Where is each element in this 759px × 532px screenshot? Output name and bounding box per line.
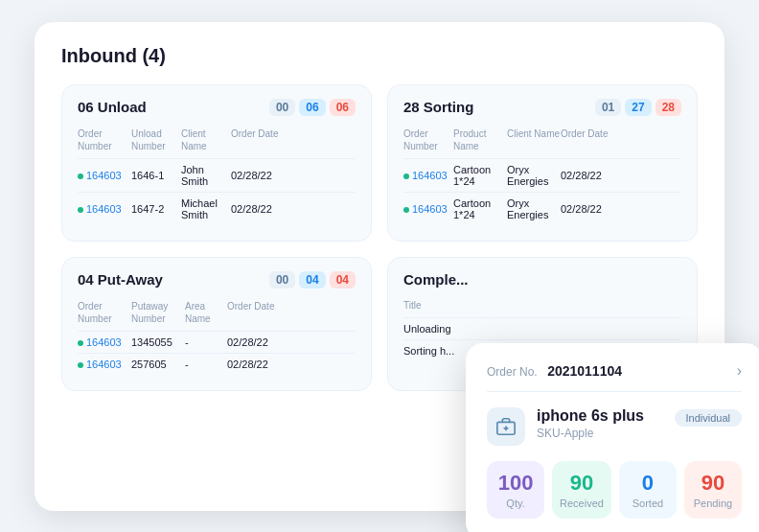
unload-col-1: Unload Number	[131, 127, 181, 152]
product-sku: SKU-Apple	[537, 427, 663, 440]
sorting-table: Order Number Product Name Client Name Or…	[403, 127, 681, 225]
putaway-badge-1: 04	[299, 271, 325, 289]
sorting-col-0: Order Number	[403, 127, 453, 152]
unload-client-1: Michael Smith	[181, 197, 231, 220]
sorting-row-1: 164603 Cartoon 1*24 Oryx Energies 02/28/…	[403, 192, 681, 225]
putaway-area-0: -	[185, 336, 227, 348]
sorting-card-header: 28 Sorting 01 27 28	[403, 99, 681, 116]
putaway-num-1: 257605	[131, 359, 185, 370]
putaway-col-0: Order Number	[78, 300, 131, 325]
stat-qty-box: 100 Qty.	[487, 461, 544, 519]
unload-unload-0: 1646-1	[131, 170, 181, 181]
stat-received-box: 90 Received	[552, 461, 611, 519]
stat-pending-value: 90	[692, 473, 734, 494]
putaway-order-1[interactable]: 164603	[78, 359, 131, 370]
putaway-card-title: 04 Put-Away	[78, 271, 163, 288]
putaway-num-0: 1345055	[131, 336, 185, 348]
popup-order-number: 2021011104	[547, 363, 622, 379]
sorting-col-3: Order Date	[561, 127, 610, 152]
sorting-table-header: Order Number Product Name Client Name Or…	[403, 127, 681, 152]
unload-badge-0: 00	[269, 99, 295, 116]
sorting-date-0: 02/28/22	[561, 170, 610, 181]
sorting-badge-1: 27	[625, 99, 651, 116]
putaway-card: 04 Put-Away 00 04 04 Order Number Putawa…	[61, 257, 372, 391]
stat-sorted-label: Sorted	[627, 497, 669, 509]
putaway-col-1: Putaway Number	[131, 300, 185, 325]
unload-row-0: 164603 1646-1 John Smith 02/28/22	[78, 158, 356, 192]
product-info: iphone 6s plus SKU-Apple	[537, 407, 663, 440]
stat-received-label: Received	[560, 497, 604, 509]
putaway-badges: 00 04 04	[269, 271, 356, 289]
sorting-row-0: 164603 Cartoon 1*24 Oryx Energies 02/28/…	[403, 158, 681, 192]
putaway-table-header: Order Number Putaway Number Area Name Or…	[78, 300, 356, 325]
sorting-order-1[interactable]: 164603	[403, 203, 453, 215]
unload-table: Order Number Unload Number Client Name O…	[78, 127, 356, 225]
putaway-row-1: 164603 257605 - 02/28/22	[78, 353, 356, 375]
putaway-date-1: 02/28/22	[227, 359, 277, 370]
sorting-product-0: Cartoon 1*24	[453, 164, 507, 187]
popup-order-label: Order No.	[487, 365, 538, 379]
sorting-col-2: Client Name	[507, 127, 561, 152]
product-icon	[487, 407, 525, 446]
complete-card-title: Comple...	[403, 271, 469, 288]
page-title: Inbound (4)	[61, 45, 698, 67]
unload-col-3: Order Date	[231, 127, 281, 152]
sorting-col-1: Product Name	[453, 127, 507, 152]
popup-order-info: Order No. 2021011104	[487, 362, 622, 380]
stat-qty-value: 100	[494, 473, 537, 494]
popup-product-row: iphone 6s plus SKU-Apple Individual	[487, 407, 742, 446]
unload-table-header: Order Number Unload Number Client Name O…	[78, 127, 356, 152]
unload-unload-1: 1647-2	[131, 203, 181, 215]
unload-col-2: Client Name	[181, 127, 231, 152]
complete-table-header: Title	[403, 299, 681, 312]
putaway-col-2: Area Name	[185, 300, 227, 325]
sorting-badge-0: 01	[595, 99, 621, 116]
unload-card-header: 06 Unload 00 06 06	[78, 99, 356, 116]
stats-row: 100 Qty. 90 Received 0 Sorted 90 Pending	[487, 461, 742, 519]
complete-title-0: Unloading	[403, 323, 681, 335]
sorting-card: 28 Sorting 01 27 28 Order Number Product…	[387, 84, 698, 242]
sorting-order-0[interactable]: 164603	[403, 170, 453, 181]
unload-card-title: 06 Unload	[78, 99, 147, 115]
complete-card-header: Comple...	[403, 271, 681, 288]
unload-order-0[interactable]: 164603	[78, 170, 131, 181]
chevron-right-icon[interactable]: ›	[737, 362, 742, 380]
sorting-product-1: Cartoon 1*24	[453, 197, 507, 220]
sorting-badges: 01 27 28	[595, 99, 681, 116]
putaway-card-header: 04 Put-Away 00 04 04	[78, 271, 356, 289]
stat-received-value: 90	[560, 473, 604, 494]
putaway-date-0: 02/28/22	[227, 336, 277, 348]
unload-col-0: Order Number	[78, 127, 131, 152]
putaway-badge-2: 04	[330, 271, 356, 289]
stat-pending-box: 90 Pending	[684, 461, 742, 519]
unload-client-0: John Smith	[181, 164, 231, 187]
putaway-badge-0: 00	[269, 271, 295, 289]
stat-sorted-box: 0 Sorted	[619, 461, 677, 519]
unload-card: 06 Unload 00 06 06 Order Number Unload N…	[61, 84, 372, 242]
unload-badge-2: 06	[330, 99, 356, 116]
popup-order-row: Order No. 2021011104 ›	[487, 362, 742, 392]
complete-row-0: Unloading	[403, 317, 681, 339]
unload-badge-1: 06	[299, 99, 325, 116]
unload-badges: 00 06 06	[269, 99, 356, 116]
stat-qty-label: Qty.	[494, 497, 537, 509]
stat-pending-label: Pending	[692, 497, 734, 509]
putaway-row-0: 164603 1345055 - 02/28/22	[78, 331, 356, 353]
unload-row-1: 164603 1647-2 Michael Smith 02/28/22	[78, 192, 356, 225]
product-name: iphone 6s plus	[537, 407, 663, 425]
unload-order-1[interactable]: 164603	[78, 203, 131, 215]
unload-date-0: 02/28/22	[231, 170, 281, 181]
putaway-area-1: -	[185, 359, 227, 370]
putaway-order-0[interactable]: 164603	[78, 336, 131, 348]
unload-date-1: 02/28/22	[231, 203, 281, 215]
sorting-card-title: 28 Sorting	[403, 99, 473, 115]
individual-badge: Individual	[675, 409, 742, 427]
stat-sorted-value: 0	[627, 473, 669, 494]
sorting-badge-2: 28	[656, 99, 681, 116]
sorting-client-1: Oryx Energies	[507, 197, 561, 220]
detail-popup: Order No. 2021011104 › iphone 6s plus SK…	[466, 343, 759, 533]
complete-col-0: Title	[403, 299, 681, 312]
putaway-col-3: Order Date	[227, 300, 277, 325]
sorting-client-0: Oryx Energies	[507, 164, 561, 187]
putaway-table: Order Number Putaway Number Area Name Or…	[78, 300, 356, 375]
